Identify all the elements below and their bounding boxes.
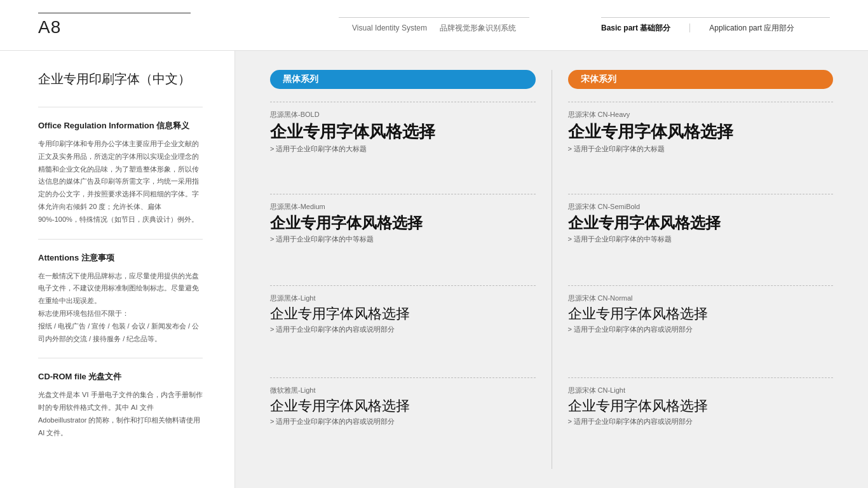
header-center-titles: Visual Identity System 品牌视觉形象识别系统 <box>352 23 516 34</box>
font-demo-song-1: 企业专用字体风格选择 <box>568 214 834 233</box>
sidebar-section-2: Attentions 注意事项 在一般情况下使用品牌标志，应尽量使用提供的光盘电… <box>38 252 203 346</box>
font-demo-hei-1: 企业专用字体风格选择 <box>270 214 536 233</box>
content-area: 黑体系列 思源黑体-BOLD 企业专用字体风格选择 适用于企业印刷字体的大标题 … <box>235 51 868 488</box>
font-demo-hei-3: 企业专用字体风格选择 <box>270 398 536 414</box>
header-left: A8 <box>38 13 203 37</box>
font-section-hei-0: 思源黑体-BOLD 企业专用字体风格选择 适用于企业印刷字体的大标题 <box>270 102 536 194</box>
font-demo-song-0: 企业专用字体风格选择 <box>568 122 834 142</box>
font-desc-hei-3: 适用于企业印刷字体的内容或说明部分 <box>270 417 536 426</box>
font-demo-song-3: 企业专用字体风格选择 <box>568 398 834 414</box>
sidebar-divider-3 <box>38 358 203 358</box>
sidebar-section-text-3: 光盘文件是本 VI 手册电子文件的集合，内含手册制作时的专用软件格式文件。其中 … <box>38 389 203 439</box>
nav-separator <box>689 24 690 32</box>
font-section-hei-1: 思源黑体-Medium 企业专用字体风格选择 适用于企业印刷字体的中等标题 <box>270 194 536 286</box>
font-columns: 黑体系列 思源黑体-BOLD 企业专用字体风格选择 适用于企业印刷字体的大标题 … <box>254 70 849 469</box>
sidebar-section-title-2: Attentions 注意事项 <box>38 252 203 264</box>
font-demo-hei-2: 企业专用字体风格选择 <box>270 306 536 322</box>
sidebar-section-title-1: Office Regulation Information 信息释义 <box>38 120 203 132</box>
font-name-hei-1: 思源黑体-Medium <box>270 202 536 212</box>
sidebar: 企业专用印刷字体（中文） Office Regulation Informati… <box>0 51 235 488</box>
font-section-song-3: 思源宋体 CN-Light 企业专用字体风格选择 适用于企业印刷字体的内容或说明… <box>568 377 834 470</box>
font-desc-song-1: 适用于企业印刷字体的中等标题 <box>568 234 834 244</box>
font-name-hei-0: 思源黑体-BOLD <box>270 110 536 119</box>
font-col-song: 宋体系列 思源宋体 CN-Heavy 企业专用字体风格选择 适用于企业印刷字体的… <box>552 70 850 469</box>
sidebar-section-title-3: CD-ROM file 光盘文件 <box>38 371 203 383</box>
vis-title-cn: 品牌视觉形象识别系统 <box>440 23 516 34</box>
sidebar-section-1: Office Regulation Information 信息释义 专用印刷字… <box>38 120 203 226</box>
font-name-song-0: 思源宋体 CN-Heavy <box>568 110 834 119</box>
sidebar-divider-1 <box>38 107 203 107</box>
font-name-hei-3: 微软雅黑-Light <box>270 386 536 395</box>
header-center-line <box>339 17 529 18</box>
header-nav: Basic part 基础部分 Application part 应用部分 <box>601 23 830 34</box>
sidebar-section-3: CD-ROM file 光盘文件 光盘文件是本 VI 手册电子文件的集合，内含手… <box>38 371 203 439</box>
font-section-hei-3: 微软雅黑-Light 企业专用字体风格选择 适用于企业印刷字体的内容或说明部分 <box>270 377 536 470</box>
font-section-hei-2: 思源黑体-Light 企业专用字体风格选择 适用于企业印刷字体的内容或说明部分 <box>270 285 536 377</box>
font-desc-song-3: 适用于企业印刷字体的内容或说明部分 <box>568 417 834 426</box>
font-section-song-0: 思源宋体 CN-Heavy 企业专用字体风格选择 适用于企业印刷字体的大标题 <box>568 102 834 194</box>
vis-title-en: Visual Identity System <box>352 24 427 32</box>
header-center: Visual Identity System 品牌视觉形象识别系统 <box>339 17 529 34</box>
font-col-hei: 黑体系列 思源黑体-BOLD 企业专用字体风格选择 适用于企业印刷字体的大标题 … <box>254 70 552 469</box>
sidebar-divider-2 <box>38 239 203 240</box>
font-name-song-3: 思源宋体 CN-Light <box>568 386 834 395</box>
font-desc-hei-2: 适用于企业印刷字体的内容或说明部分 <box>270 325 536 334</box>
font-desc-hei-1: 适用于企业印刷字体的中等标题 <box>270 234 536 244</box>
sidebar-section-text-2: 在一般情况下使用品牌标志，应尽量使用提供的光盘电子文件，不建议使用标准制图绘制标… <box>38 270 203 346</box>
header-right: Basic part 基础部分 Application part 应用部分 <box>601 17 830 34</box>
sidebar-section-text-1: 专用印刷字体和专用办公字体主要应用于企业文献的正文及实务用品，所选定的字体用以实… <box>38 138 203 226</box>
font-desc-hei-0: 适用于企业印刷字体的大标题 <box>270 144 536 154</box>
cat-header-song: 宋体系列 <box>568 70 834 89</box>
font-section-song-2: 思源宋体 CN-Normal 企业专用字体风格选择 适用于企业印刷字体的内容或说… <box>568 285 834 377</box>
font-demo-song-2: 企业专用字体风格选择 <box>568 306 834 322</box>
font-name-hei-2: 思源黑体-Light <box>270 294 536 303</box>
nav-application-part[interactable]: Application part 应用部分 <box>709 23 794 34</box>
nav-basic-part[interactable]: Basic part 基础部分 <box>601 23 670 34</box>
cat-header-hei: 黑体系列 <box>270 70 536 89</box>
col-content-hei: 黑体系列 思源黑体-BOLD 企业专用字体风格选择 适用于企业印刷字体的大标题 … <box>270 70 536 469</box>
font-name-song-1: 思源宋体 CN-SemiBold <box>568 202 834 212</box>
header-right-line <box>601 17 830 18</box>
font-name-song-2: 思源宋体 CN-Normal <box>568 294 834 303</box>
page-number: A8 <box>38 17 203 37</box>
font-demo-hei-0: 企业专用字体风格选择 <box>270 122 536 142</box>
font-desc-song-0: 适用于企业印刷字体的大标题 <box>568 144 834 154</box>
font-section-song-1: 思源宋体 CN-SemiBold 企业专用字体风格选择 适用于企业印刷字体的中等… <box>568 194 834 286</box>
col-content-song: 宋体系列 思源宋体 CN-Heavy 企业专用字体风格选择 适用于企业印刷字体的… <box>568 70 834 469</box>
header-line <box>38 13 191 13</box>
header: A8 Visual Identity System 品牌视觉形象识别系统 Bas… <box>0 0 868 51</box>
font-desc-song-2: 适用于企业印刷字体的内容或说明部分 <box>568 325 834 334</box>
main: 企业专用印刷字体（中文） Office Regulation Informati… <box>0 51 868 488</box>
sidebar-title: 企业专用印刷字体（中文） <box>38 70 203 88</box>
